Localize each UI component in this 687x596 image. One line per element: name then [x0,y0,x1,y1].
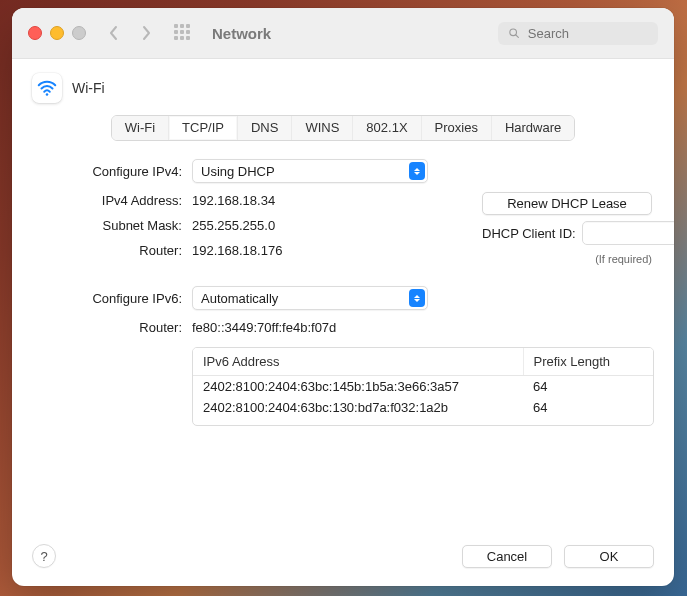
toolbar: Network [12,8,674,59]
configure-ipv4-value: Using DHCP [201,164,275,179]
updown-arrows-icon [409,289,425,307]
ipv4-address-label: IPv4 Address: [32,193,182,208]
preferences-window: Network Wi-Fi Wi-FiTCP/IPDNSWINS802.1XPr… [12,8,674,586]
chevron-right-icon [141,25,151,41]
ipv6-table-header-prefix[interactable]: Prefix Length [523,348,653,376]
search-field-wrap[interactable] [498,22,658,45]
help-button[interactable]: ? [32,544,56,568]
svg-point-2 [46,93,49,96]
tab-wins[interactable]: WINS [292,116,353,140]
window-controls [28,26,86,40]
tab-dns[interactable]: DNS [238,116,292,140]
tab-tcp-ip[interactable]: TCP/IP [169,116,238,140]
dhcp-client-id-note: (If required) [482,253,652,265]
tab-bar: Wi-FiTCP/IPDNSWINS802.1XProxiesHardware [32,115,654,141]
dhcp-side-panel: Renew DHCP Lease DHCP Client ID: (If req… [482,192,652,265]
renew-dhcp-lease-button[interactable]: Renew DHCP Lease [482,192,652,215]
close-window-button[interactable] [28,26,42,40]
tcpip-grid: Configure IPv4: Using DHCP IPv4 Address:… [32,159,654,335]
ipv4-router-label: Router: [32,243,182,258]
wifi-icon [36,77,58,99]
minimize-window-button[interactable] [50,26,64,40]
ipv6-address-cell: 2402:8100:2404:63bc:130:bd7a:f032:1a2b [193,397,523,425]
tab-proxies[interactable]: Proxies [422,116,492,140]
configure-ipv6-value: Automatically [201,291,278,306]
window-title: Network [212,25,271,42]
configure-ipv4-label: Configure IPv4: [32,164,182,179]
dhcp-client-id-input[interactable] [582,221,674,245]
ipv6-table-header-address[interactable]: IPv6 Address [193,348,523,376]
updown-arrows-icon [409,162,425,180]
search-input[interactable] [526,25,648,42]
sheet-title: Wi-Fi [72,80,105,96]
dhcp-client-id-label: DHCP Client ID: [482,226,576,241]
svg-line-1 [516,35,519,38]
table-row[interactable]: 2402:8100:2404:63bc:145b:1b5a:3e66:3a576… [193,376,653,398]
ok-button[interactable]: OK [564,545,654,568]
prefix-length-cell: 64 [523,376,653,398]
ipv6-address-cell: 2402:8100:2404:63bc:145b:1b5a:3e66:3a57 [193,376,523,398]
show-all-button[interactable] [174,24,192,42]
chevron-left-icon [109,25,119,41]
ipv6-router-value: fe80::3449:70ff:fe4b:f07d [192,320,654,335]
prefix-length-cell: 64 [523,397,653,425]
back-button[interactable] [104,21,124,45]
tab-hardware[interactable]: Hardware [492,116,574,140]
forward-button[interactable] [136,21,156,45]
configure-ipv4-popup[interactable]: Using DHCP [192,159,428,183]
wifi-app-icon [32,73,62,103]
footer: ? Cancel OK [12,530,674,586]
configure-ipv6-label: Configure IPv6: [32,291,182,306]
content-area: Wi-FiTCP/IPDNSWINS802.1XProxiesHardware … [12,109,674,530]
segmented-control: Wi-FiTCP/IPDNSWINS802.1XProxiesHardware [111,115,576,141]
tab-wi-fi[interactable]: Wi-Fi [112,116,169,140]
subnet-mask-label: Subnet Mask: [32,218,182,233]
table-row[interactable]: 2402:8100:2404:63bc:130:bd7a:f032:1a2b64 [193,397,653,425]
zoom-window-button[interactable] [72,26,86,40]
configure-ipv6-popup[interactable]: Automatically [192,286,428,310]
search-icon [508,26,520,40]
tab-802-1x[interactable]: 802.1X [353,116,421,140]
ipv6-router-label: Router: [32,320,182,335]
dhcp-client-id-row: DHCP Client ID: [482,221,652,245]
sheet-header: Wi-Fi [12,59,674,109]
cancel-button[interactable]: Cancel [462,545,552,568]
ipv6-address-table: IPv6 Address Prefix Length 2402:8100:240… [192,347,654,426]
